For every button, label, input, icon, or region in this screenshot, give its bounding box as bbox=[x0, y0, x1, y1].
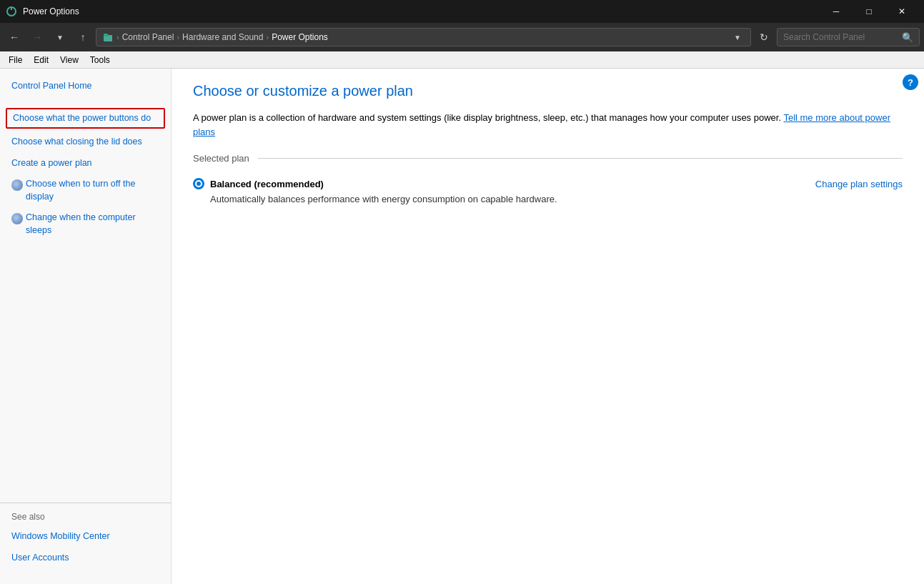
search-icon: 🔍 bbox=[902, 32, 913, 43]
sidebar-item-turn-off-display[interactable]: Choose when to turn off the display bbox=[11, 175, 159, 206]
window-controls: ─ □ ✕ bbox=[820, 0, 918, 23]
close-button[interactable]: ✕ bbox=[885, 0, 918, 23]
plan-card-header: Balanced (recommended) Change plan setti… bbox=[193, 178, 903, 189]
window-title: Power Options bbox=[23, 6, 820, 16]
sidebar-lid-label: Choose what closing the lid does bbox=[11, 136, 142, 149]
breadcrumb: › Control Panel › Hardware and Sound › P… bbox=[102, 31, 730, 43]
address-dropdown-button[interactable]: ▼ bbox=[730, 28, 745, 46]
sidebar-item-sleep[interactable]: Change when the computer sleeps bbox=[11, 209, 159, 239]
selected-plan-header: Selected plan bbox=[193, 153, 903, 164]
plan-divider bbox=[258, 158, 903, 159]
plan-name: Balanced (recommended) bbox=[210, 179, 324, 189]
address-bar: ← → ▼ ↑ › Control Panel › Hardware and S… bbox=[0, 23, 924, 51]
content-area: ? Choose or customize a power plan A pow… bbox=[172, 69, 924, 584]
app-icon bbox=[6, 6, 17, 17]
search-box[interactable]: 🔍 bbox=[777, 28, 920, 46]
see-also-title: See also bbox=[11, 512, 159, 522]
main-container: Control Panel Home Choose what the power… bbox=[0, 69, 924, 584]
sidebar-top: Control Panel Home bbox=[0, 77, 171, 96]
title-bar: Power Options ─ □ ✕ bbox=[0, 0, 924, 23]
plan-radio[interactable] bbox=[193, 178, 204, 189]
sidebar-sleep-label: Change when the computer sleeps bbox=[26, 212, 159, 237]
page-title: Choose or customize a power plan bbox=[193, 83, 903, 99]
menu-file[interactable]: File bbox=[3, 52, 28, 68]
help-button[interactable]: ? bbox=[903, 74, 918, 90]
see-also-mobility-center[interactable]: Windows Mobility Center bbox=[11, 528, 159, 546]
plan-name-row: Balanced (recommended) bbox=[193, 178, 324, 189]
forward-button[interactable]: → bbox=[27, 27, 47, 47]
breadcrumb-control-panel[interactable]: Control Panel bbox=[122, 32, 174, 42]
sidebar: Control Panel Home Choose what the power… bbox=[0, 69, 172, 584]
sidebar-item-create-plan[interactable]: Create a power plan bbox=[11, 154, 159, 173]
menu-edit[interactable]: Edit bbox=[28, 52, 54, 68]
search-input[interactable] bbox=[783, 32, 898, 42]
sidebar-item-power-buttons[interactable]: Choose what the power buttons do bbox=[6, 108, 165, 129]
recent-button[interactable]: ▼ bbox=[50, 27, 70, 47]
sidebar-item-lid[interactable]: Choose what closing the lid does bbox=[11, 133, 159, 152]
breadcrumb-power-options[interactable]: Power Options bbox=[272, 32, 328, 42]
menu-view[interactable]: View bbox=[54, 52, 84, 68]
sidebar-item-control-panel-home[interactable]: Control Panel Home bbox=[11, 77, 159, 96]
plan-description: Automatically balances performance with … bbox=[193, 194, 903, 204]
back-button[interactable]: ← bbox=[4, 27, 24, 47]
refresh-button[interactable]: ↻ bbox=[754, 27, 774, 47]
sidebar-power-buttons-label: Choose what the power buttons do bbox=[13, 112, 151, 125]
description-text: A power plan is a collection of hardware… bbox=[193, 112, 781, 123]
breadcrumb-hardware[interactable]: Hardware and Sound bbox=[182, 32, 263, 42]
svg-rect-3 bbox=[104, 34, 108, 36]
selected-plan-label: Selected plan bbox=[193, 153, 249, 164]
menu-bar: File Edit View Tools bbox=[0, 51, 924, 69]
plan-card: Balanced (recommended) Change plan setti… bbox=[193, 172, 903, 210]
up-button[interactable]: ↑ bbox=[73, 27, 93, 47]
sidebar-create-plan-label: Create a power plan bbox=[11, 157, 92, 170]
content-description: A power plan is a collection of hardware… bbox=[193, 111, 903, 139]
see-also-section: See also Windows Mobility Center User Ac… bbox=[0, 503, 171, 575]
address-input[interactable]: › Control Panel › Hardware and Sound › P… bbox=[96, 28, 751, 46]
maximize-button[interactable]: □ bbox=[853, 0, 885, 23]
see-also-user-accounts[interactable]: User Accounts bbox=[11, 549, 159, 568]
globe-icon-display bbox=[11, 179, 23, 191]
menu-tools[interactable]: Tools bbox=[84, 52, 116, 68]
minimize-button[interactable]: ─ bbox=[820, 0, 853, 23]
sidebar-links-section: Choose what the power buttons do Choose … bbox=[0, 108, 171, 240]
change-plan-settings-link[interactable]: Change plan settings bbox=[815, 179, 903, 189]
sidebar-control-panel-home-label: Control Panel Home bbox=[11, 80, 92, 93]
selected-plan-section: Selected plan Balanced (recommended) Cha… bbox=[193, 153, 903, 210]
sidebar-turn-off-display-label: Choose when to turn off the display bbox=[26, 178, 159, 203]
globe-icon-sleep bbox=[11, 213, 23, 224]
